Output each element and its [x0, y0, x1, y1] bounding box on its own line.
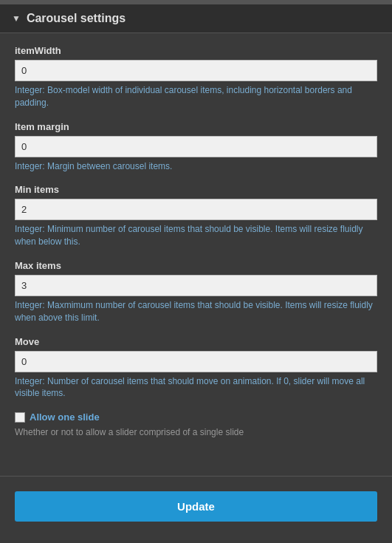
- hint-itemwidth: Integer: Box-model width of individual c…: [15, 84, 377, 109]
- bottom-section: Update: [0, 491, 392, 536]
- hint-maxitems: Integer: Maxmimum number of carousel ite…: [15, 299, 377, 324]
- field-group-itemmargin: Item margin Integer: Margin between caro…: [15, 121, 377, 173]
- field-group-minitems: Min items Integer: Minimum number of car…: [15, 184, 377, 248]
- field-group-maxitems: Max items Integer: Maxmimum number of ca…: [15, 260, 377, 324]
- input-itemwidth[interactable]: [15, 60, 377, 81]
- hint-allowoneslide: Whether or not to allow a slider compris…: [15, 427, 377, 437]
- hint-move: Integer: Number of carousel items that s…: [15, 375, 377, 400]
- label-itemmargin: Item margin: [15, 121, 377, 132]
- collapse-arrow-icon: ▼: [12, 13, 21, 24]
- input-move[interactable]: [15, 351, 377, 372]
- divider: [0, 476, 392, 477]
- label-itemwidth: itemWidth: [15, 45, 377, 56]
- label-minitems: Min items: [15, 184, 377, 195]
- update-button[interactable]: Update: [15, 491, 377, 522]
- input-minitems[interactable]: [15, 199, 377, 220]
- checkbox-allowoneslide[interactable]: [15, 412, 25, 423]
- field-group-itemwidth: itemWidth Integer: Box-model width of in…: [15, 45, 377, 109]
- label-move: Move: [15, 336, 377, 347]
- hint-itemmargin: Integer: Margin between carousel items.: [15, 160, 377, 173]
- panel-header: ▼ Carousel settings: [0, 4, 392, 33]
- field-group-move: Move Integer: Number of carousel items t…: [15, 336, 377, 400]
- field-group-allowoneslide: Allow one slide Whether or not to allow …: [15, 411, 377, 437]
- carousel-settings-panel: ▼ Carousel settings itemWidth Integer: B…: [0, 4, 392, 536]
- input-itemmargin[interactable]: [15, 136, 377, 157]
- checkbox-label-allowoneslide[interactable]: Allow one slide: [30, 411, 100, 423]
- hint-minitems: Integer: Minimum number of carousel item…: [15, 223, 377, 248]
- label-maxitems: Max items: [15, 260, 377, 271]
- input-maxitems[interactable]: [15, 275, 377, 296]
- checkbox-row-allowoneslide: Allow one slide: [15, 411, 377, 423]
- panel-title: Carousel settings: [27, 12, 125, 25]
- panel-body: itemWidth Integer: Box-model width of in…: [0, 33, 392, 461]
